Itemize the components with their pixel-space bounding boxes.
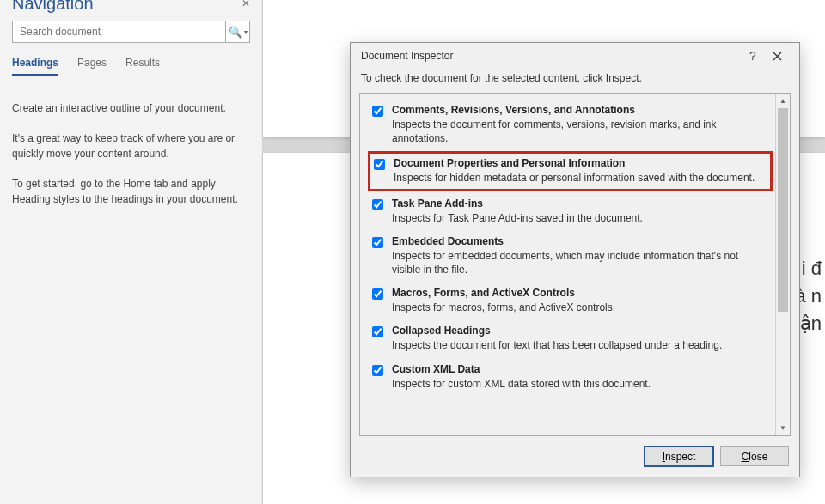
scrollbar[interactable]: ▲ ▼ — [775, 94, 790, 435]
inspector-option-desc: Inspects the document for comments, vers… — [392, 118, 768, 145]
inspector-option-text: Collapsed HeadingsInspects the document … — [392, 325, 768, 352]
search-box: 🔍 ▾ — [12, 21, 250, 43]
dialog-list-container: Comments, Revisions, Versions, and Annot… — [359, 93, 791, 436]
scroll-thumb[interactable] — [778, 108, 788, 312]
dialog-footer: Inspect Close — [351, 436, 799, 477]
nav-help-text: Create an interactive outline of your do… — [12, 101, 250, 116]
document-text: ận — [800, 309, 822, 337]
nav-help-text: It's a great way to keep track of where … — [12, 131, 250, 161]
scroll-track[interactable] — [776, 108, 790, 421]
tab-headings[interactable]: Headings — [12, 57, 58, 76]
inspector-option-desc: Inspects for hidden metadata or personal… — [394, 171, 767, 185]
nav-help-text: To get started, go to the Home tab and a… — [12, 177, 250, 207]
navigation-pane: Navigation ✕ 🔍 ▾ Headings Pages Results … — [0, 0, 263, 504]
inspector-option-text: Embedded DocumentsInspects for embedded … — [392, 235, 768, 276]
inspector-option-title: Task Pane Add-ins — [392, 197, 768, 209]
chevron-down-icon: ▾ — [244, 28, 248, 36]
button-label: nspect — [665, 451, 695, 463]
inspector-checkbox[interactable] — [372, 365, 383, 376]
dialog-list: Comments, Revisions, Versions, and Annot… — [360, 94, 775, 435]
search-input[interactable] — [13, 26, 225, 38]
inspector-option-title: Embedded Documents — [392, 235, 768, 247]
search-icon: 🔍 — [229, 26, 242, 39]
document-text: i đ — [802, 254, 822, 282]
inspector-checkbox[interactable] — [372, 326, 383, 337]
inspector-option-desc: Inspects the document for text that has … — [392, 338, 768, 352]
inspector-option-text: Comments, Revisions, Versions, and Annot… — [392, 104, 768, 145]
inspector-checkbox[interactable] — [372, 199, 383, 210]
document-inspector-dialog: Document Inspector ? To check the docume… — [350, 42, 800, 477]
navigation-body: Create an interactive outline of your do… — [12, 101, 250, 207]
scroll-down-icon[interactable]: ▼ — [776, 421, 790, 435]
inspector-option-text: Task Pane Add-insInspects for Task Pane … — [392, 197, 768, 225]
dialog-instruction: To check the document for the selected c… — [351, 69, 799, 93]
inspector-option-title: Collapsed Headings — [392, 325, 768, 337]
inspector-option-desc: Inspects for Task Pane Add-ins saved in … — [392, 211, 768, 225]
inspector-checkbox[interactable] — [374, 159, 385, 170]
inspector-checkbox[interactable] — [372, 106, 383, 117]
inspector-checkbox[interactable] — [372, 237, 383, 248]
search-button[interactable]: 🔍 ▾ — [225, 21, 249, 42]
inspector-option-text: Macros, Forms, and ActiveX ControlsInspe… — [392, 287, 768, 314]
tab-results[interactable]: Results — [125, 57, 160, 76]
inspector-option: Embedded DocumentsInspects for embedded … — [367, 230, 773, 282]
dialog-titlebar[interactable]: Document Inspector ? — [351, 43, 799, 69]
inspector-option-title: Macros, Forms, and ActiveX Controls — [392, 287, 768, 299]
inspector-option: Custom XML DataInspects for custom XML d… — [367, 358, 773, 396]
inspector-checkbox[interactable] — [372, 288, 383, 300]
inspector-option-desc: Inspects for embedded documents, which m… — [392, 249, 768, 276]
inspector-option: Task Pane Add-insInspects for Task Pane … — [367, 192, 773, 230]
navigation-tabs: Headings Pages Results — [12, 57, 250, 76]
inspector-option: Comments, Revisions, Versions, and Annot… — [367, 99, 773, 150]
navigation-title: Navigation — [12, 0, 94, 14]
close-icon[interactable] — [765, 44, 789, 68]
inspector-option-text: Custom XML DataInspects for custom XML d… — [392, 363, 768, 391]
inspector-option-title: Custom XML Data — [392, 363, 768, 375]
inspector-option-title: Comments, Revisions, Versions, and Annot… — [392, 104, 768, 116]
help-icon[interactable]: ? — [741, 44, 765, 68]
close-button[interactable]: Close — [720, 446, 789, 466]
inspect-button[interactable]: Inspect — [645, 446, 713, 466]
inspector-option: Macros, Forms, and ActiveX ControlsInspe… — [367, 282, 773, 319]
inspector-option: Document Properties and Personal Informa… — [369, 152, 772, 190]
inspector-option-desc: Inspects for macros, forms, and ActiveX … — [392, 301, 768, 314]
tab-pages[interactable]: Pages — [77, 57, 107, 76]
inspector-option-text: Document Properties and Personal Informa… — [394, 157, 767, 185]
inspector-option: Collapsed HeadingsInspects the document … — [367, 319, 773, 357]
navigation-close-icon[interactable]: ✕ — [241, 0, 250, 9]
inspector-option-title: Document Properties and Personal Informa… — [394, 157, 767, 169]
dialog-title: Document Inspector — [361, 50, 741, 62]
button-label: lose — [749, 451, 767, 463]
scroll-up-icon[interactable]: ▲ — [776, 94, 790, 108]
inspector-option-desc: Inspects for custom XML data stored with… — [392, 377, 768, 391]
